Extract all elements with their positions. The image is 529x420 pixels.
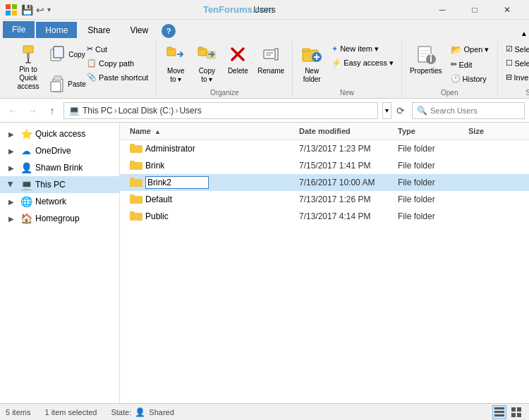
sidebar: ▶ ⭐ Quick access ▶ ☁ OneDrive ▶ 👤 Shawn … bbox=[0, 123, 120, 403]
move-to-label: Moveto ▾ bbox=[167, 67, 184, 84]
sidebar-item-this-pc[interactable]: ▶ 💻 This PC bbox=[0, 176, 119, 193]
onedrive-icon: ☁ bbox=[20, 144, 32, 157]
open-button[interactable]: 📂 Open ▾ bbox=[447, 42, 493, 57]
history-button[interactable]: 🕐 History bbox=[447, 72, 493, 85]
paste-button[interactable]: Paste bbox=[51, 72, 82, 100]
close-button[interactable]: ✕ bbox=[491, 0, 523, 20]
address-path-box[interactable]: 💻 This PC › Local Disk (C:) › Users bbox=[63, 102, 378, 119]
sidebar-item-homegroup[interactable]: ▶ 🏠 Homegroup bbox=[0, 210, 119, 227]
path-segment-localdisk: Local Disk (C:) bbox=[118, 106, 174, 116]
file-name-label: Administrator bbox=[145, 144, 195, 154]
col-header-size[interactable]: Size bbox=[464, 124, 521, 138]
tab-view[interactable]: View bbox=[121, 22, 157, 38]
minimize-button[interactable]: ─ bbox=[426, 0, 458, 20]
col-header-date[interactable]: Date modified bbox=[295, 124, 394, 138]
onedrive-toggle[interactable]: ▶ bbox=[6, 145, 17, 156]
details-view-button[interactable] bbox=[492, 405, 506, 419]
homegroup-toggle[interactable]: ▶ bbox=[6, 213, 17, 224]
paste-shortcut-button[interactable]: 📎 Paste shortcut bbox=[83, 70, 152, 84]
sidebar-item-network[interactable]: ▶ 🌐 Network bbox=[0, 193, 119, 210]
easy-access-icon: ⚡ bbox=[332, 58, 341, 68]
rename-input[interactable] bbox=[145, 176, 209, 189]
refresh-button[interactable]: ⟳ bbox=[392, 102, 409, 119]
open-group-label: Open bbox=[406, 87, 493, 97]
network-toggle[interactable]: ▶ bbox=[6, 196, 17, 207]
new-folder-button[interactable]: Newfolder bbox=[297, 41, 327, 86]
file-date-cell: 7/13/2017 4:14 PM bbox=[295, 211, 394, 221]
col-header-type[interactable]: Type bbox=[394, 124, 464, 138]
sidebar-item-shawn-brink[interactable]: ▶ 👤 Shawn Brink bbox=[0, 159, 119, 176]
properties-icon bbox=[415, 43, 437, 66]
col-header-name[interactable]: Name ▲ bbox=[126, 124, 295, 138]
svg-point-35 bbox=[430, 54, 432, 56]
address-dropdown-button[interactable]: ▾ bbox=[382, 102, 391, 119]
sidebar-item-onedrive[interactable]: ▶ ☁ OneDrive bbox=[0, 142, 119, 159]
this-pc-toggle[interactable]: ▶ bbox=[6, 179, 17, 190]
edit-label: Edit bbox=[459, 61, 473, 69]
file-name-cell: Brink bbox=[126, 159, 295, 173]
tab-share[interactable]: Share bbox=[78, 22, 119, 38]
svg-rect-13 bbox=[51, 82, 61, 92]
edit-icon: ✏ bbox=[451, 60, 457, 69]
help-button[interactable]: ? bbox=[162, 24, 176, 38]
address-bar: ← → ↑ 💻 This PC › Local Disk (C:) › User… bbox=[0, 99, 529, 123]
status-bar: 5 items 1 item selected State: 👤 Shared bbox=[0, 403, 529, 420]
folder-icon bbox=[130, 210, 142, 223]
svg-rect-47 bbox=[494, 411, 504, 413]
search-input[interactable] bbox=[430, 106, 520, 115]
maximize-button[interactable]: □ bbox=[458, 0, 491, 20]
sidebar-label-homegroup: Homegroup bbox=[35, 214, 80, 223]
cut-button[interactable]: ✂ Cut bbox=[83, 42, 152, 56]
select-none-button[interactable]: ☐ Select none bbox=[502, 56, 530, 70]
table-row[interactable]: Default 7/13/2017 1:26 PM File folder bbox=[120, 191, 529, 208]
path-segment-thispc: This PC bbox=[83, 106, 113, 116]
table-row[interactable]: 7/16/2017 10:00 AM File folder bbox=[120, 174, 529, 191]
quick-access-toggle[interactable]: ▶ bbox=[6, 128, 17, 140]
invert-selection-button[interactable]: ⊟ Invert selection bbox=[502, 70, 530, 84]
file-area: Name ▲ Date modified Type Size Administr… bbox=[120, 123, 529, 403]
file-date-cell: 7/16/2017 10:00 AM bbox=[295, 178, 394, 187]
table-row[interactable]: Brink 7/15/2017 1:41 PM File folder bbox=[120, 157, 529, 174]
svg-rect-5 bbox=[27, 53, 30, 58]
view-toggle-group bbox=[492, 405, 523, 419]
shawn-brink-icon: 👤 bbox=[20, 161, 32, 174]
large-icons-view-button[interactable] bbox=[509, 405, 523, 419]
title-label: Users bbox=[253, 5, 275, 15]
svg-rect-44 bbox=[130, 213, 142, 221]
rename-button[interactable]: Rename bbox=[254, 41, 288, 86]
edit-button[interactable]: ✏ Edit bbox=[447, 58, 493, 71]
cut-label: Cut bbox=[95, 45, 107, 54]
properties-button[interactable]: Properties bbox=[406, 41, 446, 86]
file-name-label: Default bbox=[145, 194, 172, 204]
paste-shortcut-label: Paste shortcut bbox=[99, 73, 148, 82]
delete-button[interactable]: Delete bbox=[223, 41, 253, 86]
ribbon-collapse-button[interactable]: ▲ bbox=[519, 28, 529, 38]
svg-rect-51 bbox=[511, 413, 516, 417]
tab-file[interactable]: File bbox=[3, 21, 35, 38]
organize-group-content: Moveto ▾ Copyto ▾ bbox=[161, 41, 288, 87]
copy-button[interactable]: Copy bbox=[51, 42, 82, 70]
sidebar-item-quick-access[interactable]: ▶ ⭐ Quick access bbox=[0, 125, 119, 142]
copy-path-button[interactable]: 📋 Copy path bbox=[83, 56, 152, 70]
up-button[interactable]: ↑ bbox=[44, 102, 61, 119]
new-item-icon: ✦ bbox=[332, 44, 338, 54]
select-all-button[interactable]: ☑ Select all bbox=[502, 42, 530, 56]
forward-button[interactable]: → bbox=[24, 102, 41, 119]
state-label: State: 👤 Shared bbox=[111, 407, 174, 417]
shawn-brink-toggle[interactable]: ▶ bbox=[6, 162, 17, 173]
new-group-label: New bbox=[297, 87, 397, 97]
back-button[interactable]: ← bbox=[4, 102, 21, 119]
file-type-cell: File folder bbox=[394, 211, 464, 221]
undo-icon[interactable]: ↩ bbox=[36, 4, 44, 16]
copy-to-button[interactable]: Copyto ▾ bbox=[192, 41, 221, 86]
table-row[interactable]: Public 7/13/2017 4:14 PM File folder bbox=[120, 208, 529, 225]
easy-access-button[interactable]: ⚡ Easy access ▾ bbox=[328, 56, 397, 70]
file-name-cell: Public bbox=[126, 210, 295, 223]
tab-home[interactable]: Home bbox=[36, 22, 77, 38]
table-row[interactable]: Administrator 7/13/2017 1:23 PM File fol… bbox=[120, 140, 529, 157]
quick-save-icon[interactable]: 💾 bbox=[21, 4, 33, 16]
new-item-button[interactable]: ✦ New item ▾ bbox=[328, 42, 397, 56]
invert-selection-label: Invert selection bbox=[514, 73, 530, 82]
move-to-button[interactable]: Moveto ▾ bbox=[161, 41, 190, 86]
pin-to-quick-access-button[interactable]: Pin to Quick access bbox=[7, 41, 49, 86]
